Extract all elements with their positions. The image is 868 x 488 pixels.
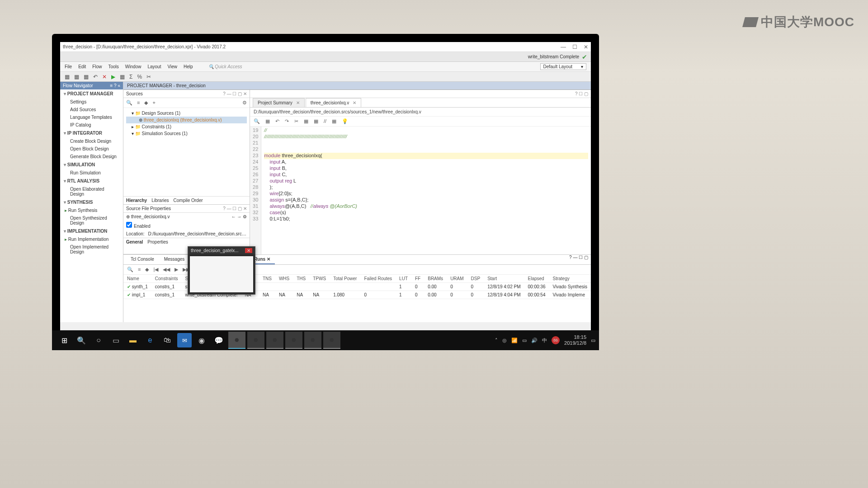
- nav-open-synth[interactable]: Open Synthesized Design: [60, 214, 123, 227]
- filter-icon[interactable]: ◆: [144, 100, 148, 106]
- tab-source-file[interactable]: three_decisionlxq.v✕: [306, 98, 362, 107]
- code-body[interactable]: ////////////////////////////////////////…: [261, 127, 591, 254]
- undo-icon[interactable]: ↶: [93, 74, 98, 80]
- preview-close[interactable]: ✕: [245, 248, 252, 253]
- add-icon[interactable]: +: [152, 100, 155, 106]
- menu-help[interactable]: Help: [184, 64, 193, 69]
- bottom-controls[interactable]: ? — ☐ ▢: [569, 255, 588, 264]
- cut-icon[interactable]: ✂: [146, 74, 151, 80]
- props-nav[interactable]: ← → ⚙: [231, 214, 247, 219]
- nav-run-impl[interactable]: Run Implementation: [60, 235, 123, 243]
- vivado-app-1[interactable]: ⬣: [228, 332, 245, 332]
- quick-access-input[interactable]: 🔍 Quick Access: [208, 64, 242, 69]
- nav-sec-pm[interactable]: PROJECT MANAGER: [60, 89, 123, 98]
- copy-icon[interactable]: ▦: [304, 118, 308, 124]
- sources-controls[interactable]: ? — ☐ ▢ ✕: [223, 91, 247, 96]
- tree-file-selected[interactable]: ⊕ three_decisionlxq (three_decisionlxq.v…: [126, 117, 247, 123]
- nav-open-impl[interactable]: Open Implemented Design: [60, 243, 123, 256]
- prev-icon[interactable]: ◀◀: [163, 267, 170, 272]
- maximize-button[interactable]: ☐: [572, 44, 577, 50]
- pm-header: PROJECT MANAGER - three_decision: [123, 82, 591, 90]
- percent-icon[interactable]: %: [137, 74, 142, 80]
- vivado-app-4[interactable]: ⬣: [285, 332, 302, 332]
- menu-window[interactable]: Window: [125, 64, 142, 69]
- screen: three_decision - [D:/liuxuquan/three_dec…: [60, 42, 591, 332]
- tab-properties[interactable]: Properties: [147, 239, 168, 244]
- pause-icon[interactable]: ▦: [120, 74, 125, 80]
- search-icon[interactable]: 🔍: [254, 118, 260, 124]
- nav-sec-sim[interactable]: SIMULATION: [60, 160, 123, 169]
- search-icon[interactable]: 🔍: [126, 100, 132, 106]
- nav-run-sim[interactable]: Run Simulation: [60, 169, 123, 177]
- nav-run-synth[interactable]: Run Synthesis: [60, 206, 123, 214]
- vivado-app-6[interactable]: ⬣: [323, 332, 340, 332]
- nav-sec-ip[interactable]: IP INTEGRATOR: [60, 129, 123, 137]
- taskbar-preview[interactable]: three_decision_gatelx...✕: [188, 246, 255, 295]
- close-icon[interactable]: ✕: [353, 100, 356, 105]
- save-icon[interactable]: ▦: [265, 118, 270, 124]
- nav-open-elab[interactable]: Open Elaborated Design: [60, 185, 123, 198]
- layout-select[interactable]: Default Layout: [540, 63, 587, 70]
- filter-icon[interactable]: ◆: [145, 267, 149, 272]
- tab-tcl[interactable]: Tcl Console: [126, 255, 159, 264]
- close-icon[interactable]: ✕: [296, 100, 300, 105]
- nav-ip-catalog[interactable]: IP Catalog: [60, 121, 123, 129]
- menu-layout[interactable]: Layout: [147, 64, 161, 69]
- editor-controls[interactable]: ? ☐ ▢: [575, 91, 588, 96]
- cancel-icon[interactable]: ✕: [102, 74, 107, 80]
- sigma-icon[interactable]: Σ: [129, 74, 132, 80]
- props-controls[interactable]: ? — ☐ ▢ ✕: [223, 206, 247, 211]
- cut-icon[interactable]: ✂: [294, 118, 298, 124]
- tab-general[interactable]: General: [126, 239, 143, 244]
- run-icon[interactable]: ▶: [111, 74, 115, 80]
- vivado-app-2[interactable]: ⬣: [247, 332, 264, 332]
- collapse-icon[interactable]: ≡: [137, 100, 140, 106]
- tab-messages[interactable]: Messages: [160, 255, 189, 264]
- menu-edit[interactable]: Edit: [78, 64, 86, 69]
- undo-icon[interactable]: ↶: [275, 118, 279, 124]
- editor-tabs: Project Summary✕ three_decisionlxq.v✕: [250, 98, 591, 108]
- nav-sec-rtl[interactable]: RTL ANALYSIS: [60, 177, 123, 185]
- nav-gen-block[interactable]: Generate Block Design: [60, 153, 123, 160]
- enabled-checkbox[interactable]: Enabled: [126, 222, 151, 229]
- close-icon[interactable]: ✕: [267, 257, 270, 262]
- tree-sim-sources[interactable]: ▾ 📁 Simulation Sources (1): [126, 130, 247, 137]
- comment-icon[interactable]: //: [324, 118, 326, 124]
- paste-icon[interactable]: ▦: [314, 118, 318, 124]
- nav-sec-synth[interactable]: SYNTHESIS: [60, 198, 123, 206]
- tree-design-sources[interactable]: ▾ 📁 Design Sources (1): [126, 110, 247, 117]
- gear-icon[interactable]: ⚙: [242, 100, 247, 106]
- sources-title: Sources: [126, 91, 223, 96]
- collapse-icon[interactable]: ≡: [138, 267, 141, 272]
- new-icon[interactable]: ▦: [65, 74, 70, 80]
- play-icon[interactable]: ▶: [175, 267, 178, 272]
- redo-icon[interactable]: ↷: [285, 118, 289, 124]
- search-icon[interactable]: 🔍: [127, 267, 133, 272]
- tree-constraints[interactable]: ▸ 📁 Constraints (1): [126, 123, 247, 130]
- menu-file[interactable]: File: [65, 64, 72, 69]
- vivado-app-5[interactable]: ⬣: [304, 332, 321, 332]
- indent-icon[interactable]: ▦: [332, 118, 336, 124]
- tab-hierarchy[interactable]: Hierarchy: [126, 198, 147, 203]
- menu-tools[interactable]: Tools: [108, 64, 118, 69]
- nav-open-block[interactable]: Open Block Design: [60, 145, 123, 153]
- tab-libraries[interactable]: Libraries: [151, 198, 169, 203]
- vivado-app-3[interactable]: ⬣: [266, 332, 283, 332]
- tab-compile-order[interactable]: Compile Order: [174, 198, 203, 203]
- menu-flow[interactable]: Flow: [92, 64, 102, 69]
- save-icon[interactable]: ▦: [84, 74, 89, 80]
- open-icon[interactable]: ▦: [74, 74, 79, 80]
- code-area[interactable]: 192021222324252627282930313233 /////////…: [250, 127, 591, 254]
- nav-settings[interactable]: Settings: [60, 98, 123, 106]
- minimize-button[interactable]: —: [561, 44, 566, 50]
- nav-add-sources[interactable]: Add Sources: [60, 106, 123, 113]
- bulb-icon[interactable]: 💡: [342, 118, 348, 124]
- line-gutter: 192021222324252627282930313233: [250, 127, 261, 254]
- first-icon[interactable]: |◀: [153, 267, 158, 272]
- tab-project-summary[interactable]: Project Summary✕: [253, 98, 305, 107]
- nav-create-block[interactable]: Create Block Design: [60, 137, 123, 145]
- nav-lang-templates[interactable]: Language Templates: [60, 113, 123, 121]
- close-button[interactable]: ✕: [584, 44, 588, 50]
- menu-view[interactable]: View: [167, 64, 177, 69]
- nav-sec-impl[interactable]: IMPLEMENTATION: [60, 227, 123, 235]
